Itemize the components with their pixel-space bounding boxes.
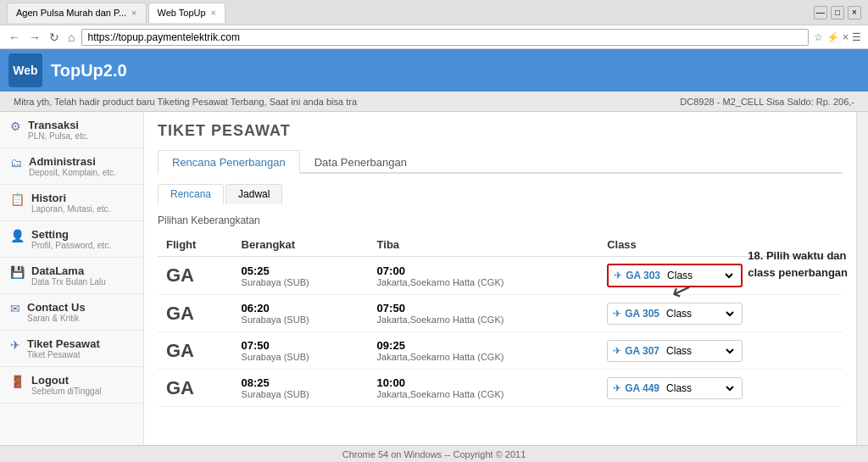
col-berangkat: Berangkat bbox=[233, 233, 369, 257]
sidebar-item-setting[interactable]: 👤 Setting Profil, Password, etc. bbox=[0, 221, 143, 258]
menu-icon[interactable]: ☰ bbox=[852, 31, 861, 43]
table-row: GA 05:25 Surabaya (SUB) 07:00 Jakarta,So… bbox=[158, 257, 843, 295]
url-input[interactable] bbox=[81, 29, 809, 46]
flight-icon-3: ✈ bbox=[613, 382, 621, 394]
table-row: GA 06:20 Surabaya (SUB) 07:50 Jakarta,So… bbox=[158, 295, 843, 332]
ext-icon[interactable]: ⚡ bbox=[826, 31, 839, 43]
star-icon[interactable]: ☆ bbox=[814, 31, 823, 43]
scrollbar[interactable] bbox=[856, 112, 868, 445]
table-row: GA 07:50 Surabaya (SUB) 09:25 Jakarta,So… bbox=[158, 332, 843, 370]
main-tabs: Rencana Penerbangan Data Penerbangan bbox=[158, 150, 843, 174]
arrive-to-1: Jakarta,Soekarno Hatta (CGK) bbox=[377, 314, 591, 325]
tiket-icon: ✈ bbox=[10, 338, 20, 352]
subtab-jadwal[interactable]: Jadwal bbox=[225, 184, 282, 204]
arrive-to-0: Jakarta,Soekarno Hatta (CGK) bbox=[377, 277, 591, 287]
maximize-button[interactable]: □ bbox=[831, 6, 844, 19]
class-select-1[interactable]: Class Economy Business First bbox=[663, 307, 737, 320]
flight-table: Flight Berangkat Tiba Class GA 05:25 Sur… bbox=[158, 233, 843, 407]
arrive-time-0: 07:00 bbox=[377, 264, 591, 277]
depart-time-1: 06:20 bbox=[242, 302, 360, 314]
browser-tab-2[interactable]: Web TopUp × bbox=[148, 3, 226, 23]
class-wrapper-2[interactable]: ✈ GA 307 Class Economy Business First bbox=[607, 340, 743, 362]
flight-icon-1: ✈ bbox=[613, 308, 621, 320]
col-class: Class bbox=[598, 233, 843, 257]
sidebar-item-administrasi[interactable]: 🗂 Administrasi Deposit, Komplain, etc. bbox=[0, 148, 143, 185]
tab-group: Agen Pulsa Murah dan P... × Web TopUp × bbox=[7, 3, 809, 23]
tab-data-penerbangan[interactable]: Data Penerbangan bbox=[300, 150, 421, 174]
contactus-subtitle: Saran & Kritik bbox=[27, 314, 86, 323]
flight-code-3: GA bbox=[166, 377, 194, 398]
arrive-to-3: Jakarta,Soekarno Hatta (CGK) bbox=[377, 389, 591, 399]
table-row: GA 08:25 Surabaya (SUB) 10:00 Jakarta,So… bbox=[158, 370, 843, 407]
sidebar-item-datalama[interactable]: 💾 DataLama Data Trx Bulan Lalu bbox=[0, 258, 143, 294]
sidebar-item-tiketpesawat[interactable]: ✈ Tiket Pesawat Tiket Pesawat bbox=[0, 331, 143, 367]
logout-icon: 🚪 bbox=[10, 375, 25, 388]
col-flight: Flight bbox=[158, 233, 233, 257]
logout-title: Logout bbox=[31, 374, 101, 387]
administrasi-title: Administrasi bbox=[29, 155, 116, 168]
arrive-time-1: 07:50 bbox=[377, 302, 591, 314]
logo-text: Web bbox=[13, 64, 37, 77]
back-button[interactable]: ← bbox=[7, 31, 22, 44]
setting-subtitle: Profil, Password, etc. bbox=[31, 241, 111, 250]
address-bar: ← → ↻ ⌂ ☆ ⚡ × ☰ bbox=[0, 25, 868, 49]
sidebar: ⚙ Transaksi PLN, Pulsa, etc. 🗂 Administr… bbox=[0, 112, 144, 445]
transaksi-title: Transaksi bbox=[28, 119, 89, 131]
section-title: Pilihan Keberangkatan bbox=[158, 214, 843, 226]
transaksi-subtitle: PLN, Pulsa, etc. bbox=[28, 131, 89, 141]
datalama-title: DataLama bbox=[31, 264, 106, 277]
depart-from-1: Surabaya (SUB) bbox=[242, 314, 360, 325]
subtab-rencana[interactable]: Rencana bbox=[158, 184, 224, 204]
browser-tab-1[interactable]: Agen Pulsa Murah dan P... × bbox=[7, 3, 147, 23]
flight-code-1: GA bbox=[166, 303, 194, 324]
sidebar-item-histori[interactable]: 📋 Histori Laporan, Mutasi, etc. bbox=[0, 185, 143, 221]
logout-subtitle: Sebelum diTinggal bbox=[31, 387, 101, 396]
datalama-icon: 💾 bbox=[10, 265, 25, 279]
window-controls: — □ × bbox=[814, 6, 861, 19]
flight-num-1: GA 305 bbox=[625, 308, 659, 320]
transaksi-icon: ⚙ bbox=[10, 120, 21, 133]
flight-code-0: GA bbox=[166, 264, 194, 286]
close-addr-icon[interactable]: × bbox=[843, 31, 849, 43]
home-button[interactable]: ⌂ bbox=[66, 31, 76, 44]
class-wrapper-3[interactable]: ✈ GA 449 Class Economy Business First bbox=[607, 377, 743, 399]
tab-rencana-penerbangan[interactable]: Rencana Penerbangan bbox=[158, 150, 300, 174]
depart-time-0: 05:25 bbox=[242, 264, 360, 277]
histori-subtitle: Laporan, Mutasi, etc. bbox=[31, 204, 110, 214]
depart-time-2: 07:50 bbox=[242, 339, 360, 352]
administrasi-icon: 🗂 bbox=[10, 156, 22, 170]
tab-1-close[interactable]: × bbox=[131, 8, 136, 18]
histori-icon: 📋 bbox=[10, 192, 25, 206]
class-select-2[interactable]: Class Economy Business First bbox=[663, 344, 737, 358]
ticker-left: Mitra yth, Telah hadir product baru Tike… bbox=[14, 97, 357, 107]
tab-2-close[interactable]: × bbox=[211, 8, 216, 18]
administrasi-subtitle: Deposit, Komplain, etc. bbox=[29, 168, 116, 177]
depart-from-3: Surabaya (SUB) bbox=[242, 389, 360, 399]
contactus-icon: ✉ bbox=[10, 302, 20, 315]
sidebar-item-contactus[interactable]: ✉ Contact Us Saran & Kritik bbox=[0, 294, 143, 331]
depart-from-2: Surabaya (SUB) bbox=[242, 352, 360, 362]
minimize-button[interactable]: — bbox=[814, 6, 827, 19]
page-title: TIKET PESAWAT bbox=[158, 122, 843, 140]
footer-text: Chrome 54 on Windows -- Copyright © 2011 bbox=[342, 449, 526, 459]
sidebar-item-logout[interactable]: 🚪 Logout Sebelum diTinggal bbox=[0, 367, 143, 404]
ticker-right: DC8928 - M2_CELL Sisa Saldo: Rp. 206,- bbox=[680, 97, 854, 107]
address-icons: ☆ ⚡ × ☰ bbox=[814, 31, 861, 43]
close-button[interactable]: × bbox=[848, 6, 861, 19]
reload-button[interactable]: ↻ bbox=[47, 31, 61, 44]
ticker-bar: Mitra yth, Telah hadir product baru Tike… bbox=[0, 92, 868, 112]
class-wrapper-1[interactable]: ✈ GA 305 Class Economy Business First bbox=[607, 303, 743, 325]
flight-icon-2: ✈ bbox=[613, 345, 621, 357]
class-select-3[interactable]: Class Economy Business First bbox=[663, 381, 737, 395]
flight-num-3: GA 449 bbox=[625, 382, 659, 394]
browser-titlebar: Agen Pulsa Murah dan P... × Web TopUp × … bbox=[0, 0, 868, 25]
tab-1-label: Agen Pulsa Murah dan P... bbox=[16, 8, 126, 18]
app-logo: Web bbox=[8, 53, 42, 87]
datalama-subtitle: Data Trx Bulan Lalu bbox=[31, 277, 106, 287]
depart-time-3: 08:25 bbox=[242, 376, 360, 389]
forward-button[interactable]: → bbox=[27, 31, 42, 44]
sidebar-item-transaksi[interactable]: ⚙ Transaksi PLN, Pulsa, etc. bbox=[0, 112, 143, 148]
arrive-to-2: Jakarta,Soekarno Hatta (CGK) bbox=[377, 352, 591, 362]
footer: Chrome 54 on Windows -- Copyright © 2011 bbox=[0, 445, 868, 462]
contactus-title: Contact Us bbox=[27, 301, 86, 314]
